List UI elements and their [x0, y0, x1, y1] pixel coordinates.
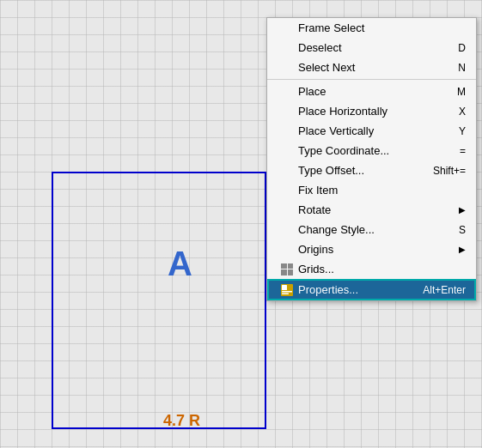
menu-label-origins: Origins — [298, 243, 459, 256]
shortcut-type-offset: Shift+= — [433, 165, 466, 177]
svg-rect-3 — [282, 293, 289, 294]
menu-item-properties[interactable]: Properties...Alt+Enter — [267, 279, 476, 300]
menu-item-place-vertically[interactable]: Place VerticallyY — [267, 121, 476, 141]
menu-label-type-offset: Type Offset... — [298, 164, 433, 177]
menu-item-place-horizontally[interactable]: Place HorizontallyX — [267, 101, 476, 121]
menu-item-frame-select[interactable]: Frame Select — [267, 18, 476, 38]
canvas-label-a: A — [168, 245, 192, 283]
canvas-label-r: 4.7 R — [163, 412, 200, 430]
menu-item-change-style[interactable]: Change Style...S — [267, 220, 476, 239]
menu-item-type-offset[interactable]: Type Offset...Shift+= — [267, 160, 476, 180]
grid-icon — [281, 263, 293, 275]
menu-label-grids: Grids... — [298, 263, 466, 275]
shortcut-deselect: D — [458, 42, 466, 54]
menu-item-rotate[interactable]: Rotate▶ — [267, 200, 476, 220]
shortcut-place-vertically: Y — [459, 125, 466, 137]
shortcut-place-horizontally: X — [459, 106, 466, 118]
menu-label-place: Place — [298, 85, 457, 98]
shortcut-change-style: S — [459, 224, 466, 236]
submenu-arrow-rotate: ▶ — [459, 205, 466, 215]
menu-label-place-vertically: Place Vertically — [298, 124, 459, 137]
shortcut-type-coordinate: = — [460, 145, 466, 157]
menu-label-fix-item: Fix Item — [298, 184, 466, 197]
menu-label-change-style: Change Style... — [298, 223, 459, 236]
separator-after-select-next — [267, 79, 476, 80]
properties-icon — [281, 284, 293, 296]
svg-rect-2 — [282, 291, 292, 293]
menu-item-origins[interactable]: Origins▶ — [267, 239, 476, 259]
menu-label-frame-select: Frame Select — [298, 21, 466, 34]
menu-item-select-next[interactable]: Select NextN — [267, 58, 476, 77]
menu-item-deselect[interactable]: DeselectD — [267, 38, 476, 58]
canvas-rectangle — [52, 172, 266, 429]
context-menu: Frame SelectDeselectDSelect NextNPlaceMP… — [266, 17, 477, 301]
menu-label-select-next: Select Next — [298, 61, 458, 74]
menu-item-place[interactable]: PlaceM — [267, 82, 476, 101]
menu-item-grids[interactable]: Grids... — [267, 259, 476, 279]
shortcut-place: M — [457, 86, 466, 98]
submenu-arrow-origins: ▶ — [459, 245, 466, 254]
menu-label-type-coordinate: Type Coordinate... — [298, 144, 460, 157]
menu-item-fix-item[interactable]: Fix Item — [267, 180, 476, 200]
menu-label-deselect: Deselect — [298, 41, 458, 54]
menu-label-place-horizontally: Place Horizontally — [298, 105, 459, 118]
shortcut-properties: Alt+Enter — [423, 284, 466, 296]
menu-item-type-coordinate[interactable]: Type Coordinate...= — [267, 141, 476, 160]
svg-rect-1 — [282, 285, 287, 290]
menu-label-properties: Properties... — [298, 283, 423, 296]
shortcut-select-next: N — [458, 62, 466, 74]
menu-label-rotate: Rotate — [298, 203, 459, 216]
